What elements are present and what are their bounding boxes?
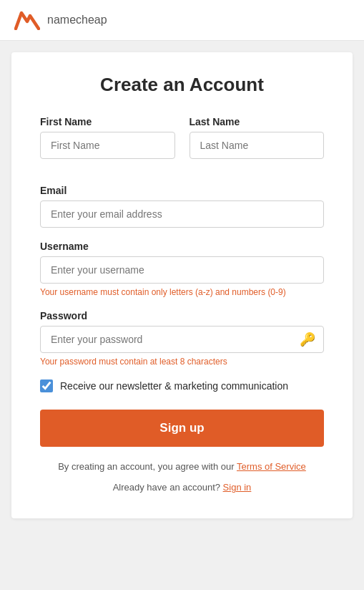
username-hint: Your username must contain only letters … xyxy=(40,287,324,297)
signin-prefix: Already have an account? xyxy=(113,482,223,493)
name-row: First Name Last Name xyxy=(40,116,324,172)
namecheap-logo-icon xyxy=(14,10,40,30)
last-name-group: Last Name xyxy=(190,116,325,159)
last-name-input[interactable] xyxy=(190,132,325,159)
password-label: Password xyxy=(40,310,324,321)
password-visibility-toggle-icon[interactable]: 🔑 xyxy=(300,332,315,347)
email-input[interactable] xyxy=(40,200,324,228)
password-hint: Your password must contain at least 8 ch… xyxy=(40,357,324,367)
first-name-input[interactable] xyxy=(40,132,175,159)
first-name-label: First Name xyxy=(40,116,175,127)
page-title: Create an Account xyxy=(40,74,324,96)
newsletter-checkbox[interactable] xyxy=(40,379,53,392)
username-label: Username xyxy=(40,241,324,252)
last-name-label: Last Name xyxy=(190,116,325,127)
password-wrapper: 🔑 xyxy=(40,326,324,353)
signin-text: Already have an account? Sign in xyxy=(40,482,324,493)
newsletter-row: Receive our newsletter & marketing commu… xyxy=(40,379,324,392)
password-group: Password 🔑 Your password must contain at… xyxy=(40,310,324,367)
first-name-group: First Name xyxy=(40,116,175,159)
newsletter-label: Receive our newsletter & marketing commu… xyxy=(60,380,288,392)
logo-text: namecheap xyxy=(47,14,107,26)
email-group: Email xyxy=(40,185,324,228)
password-input[interactable] xyxy=(40,326,324,353)
header: namecheap xyxy=(0,0,364,41)
terms-text: By creating an account, you agree with o… xyxy=(40,461,324,472)
username-input[interactable] xyxy=(40,256,324,284)
terms-link[interactable]: Terms of Service xyxy=(237,461,306,472)
signup-button[interactable]: Sign up xyxy=(40,410,324,447)
signin-link[interactable]: Sign in xyxy=(223,482,252,493)
signup-card: Create an Account First Name Last Name E… xyxy=(11,52,353,518)
terms-prefix: By creating an account, you agree with o… xyxy=(58,461,237,472)
username-group: Username Your username must contain only… xyxy=(40,241,324,297)
email-label: Email xyxy=(40,185,324,196)
